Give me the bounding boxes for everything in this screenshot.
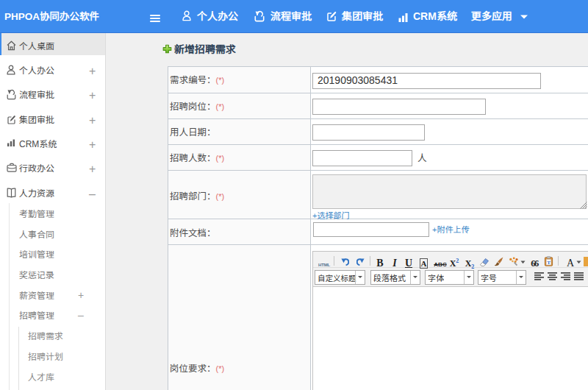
svg-text:T: T [547,260,551,266]
